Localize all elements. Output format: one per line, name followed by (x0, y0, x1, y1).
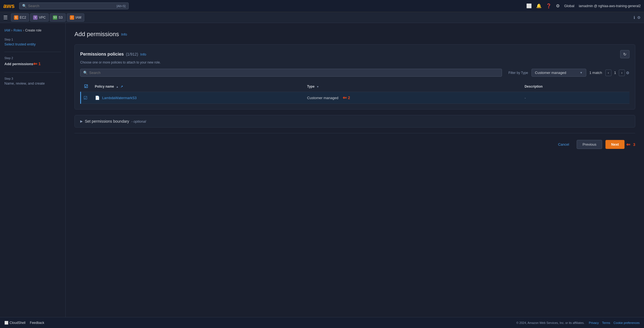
chevron-down-icon: ▼ (580, 71, 583, 74)
iam-label: IAM (76, 16, 81, 19)
type-filter-value: Customer managed (535, 71, 578, 75)
settings-icon[interactable]: ⚙ (556, 3, 560, 8)
permissions-section: Permissions policies (1/912) Info ↻ Choo… (74, 44, 635, 110)
aws-logo: aws (3, 2, 15, 10)
bottom-bar: ⬜ CloudShell Feedback © 2024, Amazon Web… (0, 317, 644, 328)
row-type-text: Customer managed (307, 96, 338, 100)
type-header: Type (307, 85, 314, 88)
type-filter-dropdown[interactable]: Customer managed ▼ (532, 69, 586, 77)
step3: Step 3 Name, review, and create (4, 77, 61, 85)
terms-link[interactable]: Terms (602, 321, 610, 324)
footer-copyright: © 2024, Amazon Web Services, Inc. or its… (516, 321, 584, 324)
cookie-link[interactable]: Cookie preferences (614, 321, 640, 324)
user-menu[interactable]: iamadmin @ nghiaa-aws-training-general2 (579, 4, 641, 8)
permissions-info-link[interactable]: Info (140, 52, 146, 56)
cloudshell-label: CloudShell (10, 321, 25, 325)
main-layout: IAM › Roles › Create role Step 1 Select … (0, 23, 644, 317)
service-tabs-bar: ☰ E EC2 V VPC S3 S3 I IAM ℹ ⚙ (0, 12, 644, 23)
boundary-section: ▶ Set permissions boundary - optional (74, 115, 635, 128)
table-row[interactable]: ☑ 📄 LambdaWatermarkS3 Customer managed ⇐… (81, 92, 630, 104)
arrow-annotation-2: ⇐ (343, 95, 347, 101)
search-bar[interactable]: 🔍 [Alt+S] (19, 2, 129, 9)
search-icon-small: 🔍 (83, 71, 88, 75)
match-count: 1 match (590, 71, 602, 75)
top-navigation: aws 🔍 [Alt+S] ⬜ 🔔 ❓ ⚙ Global iamadmin @ … (0, 0, 644, 12)
row-description-cell: - (521, 92, 629, 104)
expand-icon: ▶ (80, 119, 83, 123)
step3-title: Name, review, and create (4, 81, 61, 85)
breadcrumb: IAM › Roles › Create role (4, 28, 61, 32)
policy-name-header: Policy name (95, 85, 114, 88)
table-body: ☑ 📄 LambdaWatermarkS3 Customer managed ⇐… (81, 92, 630, 104)
step2: Step 2 Add permissions ⇐ 1 (4, 56, 61, 67)
step1-label: Step 1 (4, 38, 61, 41)
info-link[interactable]: Info (121, 32, 127, 36)
tab-vpc[interactable]: V VPC (30, 13, 49, 22)
s3-label: S3 (59, 16, 63, 19)
content-area: Add permissions Info Permissions policie… (66, 23, 644, 317)
tab-iam[interactable]: I IAM (67, 13, 84, 22)
ec2-icon: E (14, 15, 18, 20)
footer-divider (74, 133, 635, 133)
row-checkbox[interactable]: ☑ (83, 96, 87, 100)
cancel-button[interactable]: Cancel (554, 140, 573, 149)
search-shortcut: [Alt+S] (117, 4, 126, 8)
policy-search-wrap[interactable]: 🔍 (80, 69, 502, 77)
breadcrumb-sep1: › (11, 28, 12, 32)
sort-icon-name[interactable]: ▲ (116, 85, 119, 88)
refresh-button[interactable]: ↻ (620, 50, 629, 58)
boundary-title: Set permissions boundary (85, 119, 129, 123)
footer-actions: Cancel Previous Next ⇐ 3 (74, 136, 635, 153)
privacy-link[interactable]: Privacy (589, 321, 599, 324)
table-header: ☑ Policy name ▲ ↗ Type ▼ Description (81, 81, 630, 92)
policy-search-input[interactable] (89, 71, 499, 75)
vpc-icon: V (33, 15, 37, 20)
terminal-icon[interactable]: ⬜ (526, 3, 532, 8)
next-button[interactable]: Next (605, 140, 625, 149)
bell-icon[interactable]: 🔔 (536, 3, 542, 8)
sort-icon-type[interactable]: ▼ (316, 85, 319, 88)
col-checkbox: ☑ (81, 81, 92, 92)
hamburger-menu[interactable]: ☰ (3, 15, 8, 21)
breadcrumb-iam[interactable]: IAM (4, 28, 10, 32)
iam-icon: I (70, 15, 74, 20)
arrow-annotation-1: ⇐ (33, 61, 37, 67)
tab-ec2[interactable]: E EC2 (11, 13, 29, 22)
breadcrumb-roles[interactable]: Roles (13, 28, 22, 32)
step3-label: Step 3 (4, 77, 61, 80)
header-checkbox[interactable]: ☑ (84, 84, 88, 89)
step1: Step 1 Select trusted entity (4, 38, 61, 46)
row-type-cell: Customer managed ⇐ 2 (304, 92, 521, 104)
step-divider-1 (4, 52, 61, 52)
feedback-button[interactable]: Feedback (30, 321, 44, 325)
question-icon[interactable]: ❓ (546, 3, 551, 8)
row-checkbox-cell[interactable]: ☑ (81, 92, 92, 104)
col-type: Type ▼ (304, 81, 521, 92)
cloudshell-button[interactable]: ⬜ CloudShell (4, 321, 25, 325)
boundary-header[interactable]: ▶ Set permissions boundary - optional (80, 119, 629, 123)
ec2-label: EC2 (20, 16, 26, 19)
nav-right: ⬜ 🔔 ❓ ⚙ Global iamadmin @ nghiaa-aws-tra… (526, 3, 641, 8)
col-policy-name: Policy name ▲ ↗ (92, 81, 304, 92)
annotation-num-2: 2 (348, 96, 350, 100)
step1-title[interactable]: Select trusted entity (4, 42, 61, 46)
region-selector[interactable]: Global (564, 4, 574, 8)
terminal-icon-footer: ⬜ (4, 321, 8, 325)
annotation-num-3: 3 (633, 142, 635, 147)
page-prev-button[interactable]: ‹ (605, 70, 611, 76)
settings-panel-icon[interactable]: ⚙ (637, 15, 641, 20)
policy-name-link[interactable]: LambdaWatermarkS3 (102, 96, 137, 100)
breadcrumb-create-role: Create role (25, 28, 41, 32)
page-settings-button[interactable]: ⚙ (626, 71, 629, 75)
search-input[interactable] (28, 4, 114, 8)
page-next-button[interactable]: › (619, 70, 625, 76)
section-header: Permissions policies (1/912) Info ↻ (80, 50, 629, 58)
search-icon: 🔍 (22, 4, 27, 8)
page-number: 1 (613, 71, 618, 75)
step2-label: Step 2 (4, 56, 61, 60)
tab-s3[interactable]: S3 S3 (50, 13, 66, 22)
right-panel-icon[interactable]: ℹ (634, 15, 635, 20)
page-title: Add permissions Info (74, 31, 635, 38)
previous-button[interactable]: Previous (577, 140, 602, 149)
external-link-icon: ↗ (120, 85, 123, 88)
